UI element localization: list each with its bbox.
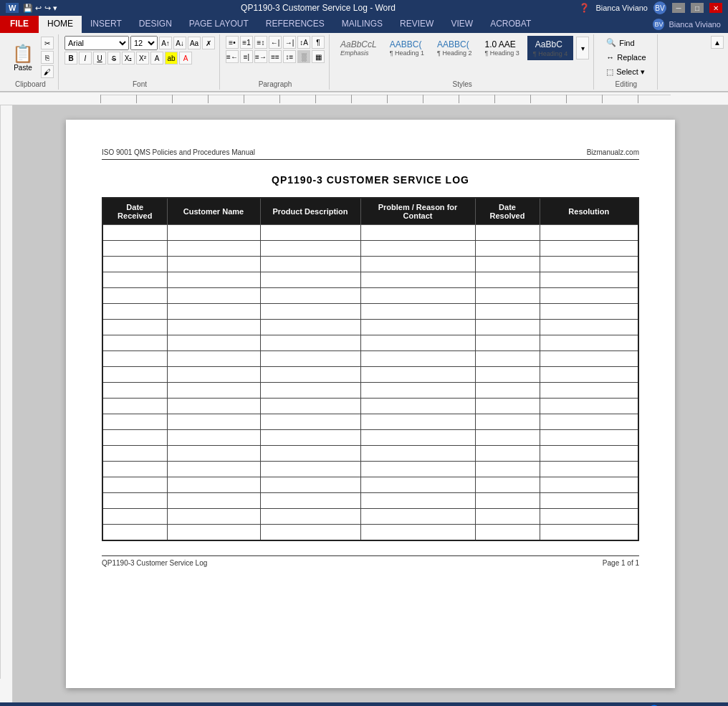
table-cell[interactable] [540, 272, 638, 288]
style-heading2[interactable]: AABBC( ¶ Heading 2 [432, 37, 476, 59]
subscript-button[interactable]: X₂ [122, 52, 135, 65]
table-cell[interactable] [540, 241, 638, 257]
ribbon-collapse-button[interactable]: ▲ [711, 36, 724, 49]
table-cell[interactable] [167, 462, 260, 477]
decrease-font-button[interactable]: A↓ [173, 37, 186, 49]
table-cell[interactable] [102, 241, 167, 257]
find-button[interactable]: 🔍 Find [600, 36, 641, 49]
table-cell[interactable] [540, 383, 638, 399]
numbering-button[interactable]: ≡1 [240, 36, 253, 49]
align-center-button[interactable]: ≡| [240, 50, 253, 63]
text-highlight-button[interactable]: ab [165, 52, 178, 65]
paste-button[interactable]: 📋 Paste [7, 40, 39, 75]
table-cell[interactable] [540, 399, 638, 414]
style-emphasis[interactable]: AaBbCcL Emphasis [335, 37, 382, 59]
italic-button[interactable]: I [79, 52, 92, 65]
table-cell[interactable] [540, 304, 638, 320]
cut-button[interactable]: ✂ [41, 37, 54, 49]
styles-scroll-down[interactable]: ▾ [576, 37, 589, 59]
table-cell[interactable] [360, 225, 475, 241]
font-color-button[interactable]: A [179, 52, 192, 65]
table-cell[interactable] [260, 335, 360, 351]
table-cell[interactable] [102, 493, 167, 509]
table-cell[interactable] [260, 320, 360, 335]
table-cell[interactable] [540, 509, 638, 525]
justify-button[interactable]: ≡≡ [269, 50, 282, 63]
style-heading4[interactable]: AaBbC ¶ Heading 4 [527, 36, 573, 60]
table-cell[interactable] [475, 241, 540, 257]
table-cell[interactable] [167, 525, 260, 540]
table-cell[interactable] [260, 272, 360, 288]
table-cell[interactable] [102, 462, 167, 477]
table-cell[interactable] [260, 257, 360, 272]
table-cell[interactable] [540, 493, 638, 509]
increase-font-button[interactable]: A↑ [159, 37, 172, 49]
table-cell[interactable] [260, 525, 360, 540]
table-cell[interactable] [540, 367, 638, 383]
table-cell[interactable] [475, 257, 540, 272]
table-cell[interactable] [475, 493, 540, 509]
table-cell[interactable] [360, 383, 475, 399]
align-left-button[interactable]: ≡← [226, 50, 239, 63]
table-cell[interactable] [360, 320, 475, 335]
table-cell[interactable] [260, 383, 360, 399]
table-cell[interactable] [167, 509, 260, 525]
file-tab[interactable]: FILE [0, 16, 39, 33]
tab-insert[interactable]: INSERT [82, 16, 130, 33]
table-cell[interactable] [102, 525, 167, 540]
style-heading1[interactable]: AABBC( ¶ Heading 1 [385, 37, 429, 59]
table-cell[interactable] [540, 320, 638, 335]
table-cell[interactable] [102, 430, 167, 446]
format-painter-button[interactable]: 🖌 [41, 65, 54, 78]
table-cell[interactable] [102, 477, 167, 493]
table-cell[interactable] [360, 399, 475, 414]
table-cell[interactable] [167, 257, 260, 272]
table-cell[interactable] [360, 462, 475, 477]
bold-button[interactable]: B [64, 52, 77, 65]
table-cell[interactable] [167, 272, 260, 288]
copy-button[interactable]: ⎘ [41, 51, 54, 64]
show-hide-button[interactable]: ¶ [312, 36, 325, 49]
table-cell[interactable] [540, 430, 638, 446]
select-button[interactable]: ⬚ Select ▾ [600, 65, 651, 79]
table-cell[interactable] [102, 351, 167, 367]
table-cell[interactable] [260, 241, 360, 257]
table-cell[interactable] [475, 446, 540, 462]
table-cell[interactable] [102, 414, 167, 430]
table-cell[interactable] [260, 509, 360, 525]
table-cell[interactable] [475, 462, 540, 477]
font-family-select[interactable]: Arial Times New Roman Calibri [64, 36, 129, 50]
tab-page-layout[interactable]: PAGE LAYOUT [181, 16, 257, 33]
help-icon[interactable]: ❓ [579, 3, 590, 13]
table-cell[interactable] [360, 272, 475, 288]
table-cell[interactable] [540, 446, 638, 462]
table-cell[interactable] [360, 525, 475, 540]
table-cell[interactable] [102, 257, 167, 272]
clear-format-button[interactable]: ✗ [202, 37, 215, 49]
sort-button[interactable]: ↕A [297, 36, 310, 49]
document-area[interactable]: ISO 9001 QMS Policies and Procedures Man… [13, 105, 728, 702]
table-cell[interactable] [540, 288, 638, 304]
table-cell[interactable] [360, 304, 475, 320]
shading-button[interactable]: ░ [297, 50, 310, 63]
underline-button[interactable]: U [93, 52, 106, 65]
table-cell[interactable] [360, 477, 475, 493]
table-cell[interactable] [360, 446, 475, 462]
table-cell[interactable] [260, 351, 360, 367]
style-heading3[interactable]: 1.0 AAE ¶ Heading 3 [479, 37, 524, 59]
table-cell[interactable] [475, 288, 540, 304]
tab-design[interactable]: DESIGN [130, 16, 181, 33]
table-cell[interactable] [167, 383, 260, 399]
table-cell[interactable] [260, 430, 360, 446]
tab-mailings[interactable]: MAILINGS [333, 16, 391, 33]
table-cell[interactable] [360, 241, 475, 257]
table-cell[interactable] [102, 367, 167, 383]
table-cell[interactable] [475, 367, 540, 383]
table-cell[interactable] [475, 525, 540, 540]
table-cell[interactable] [102, 288, 167, 304]
table-cell[interactable] [167, 477, 260, 493]
table-cell[interactable] [260, 304, 360, 320]
tab-review[interactable]: REVIEW [391, 16, 442, 33]
table-cell[interactable] [475, 272, 540, 288]
change-case-button[interactable]: Aa [188, 37, 201, 49]
